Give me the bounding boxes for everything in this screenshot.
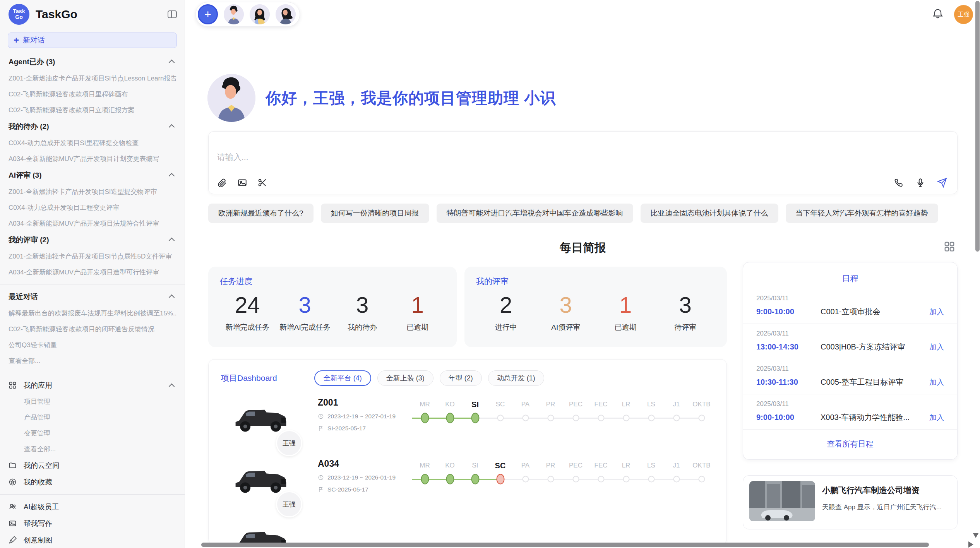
stat: 1 已逾期 bbox=[394, 292, 441, 332]
divider bbox=[0, 284, 185, 284]
milestone: LS bbox=[639, 459, 664, 487]
view-all-schedule-link[interactable]: 查看所有日程 bbox=[743, 430, 957, 459]
scissors-icon[interactable] bbox=[257, 178, 267, 188]
schedule-date: 2025/03/11 bbox=[756, 295, 944, 302]
app-item-project-mgmt[interactable]: 项目管理 bbox=[9, 394, 177, 409]
sidebar-item[interactable]: Z001-全新燃油轻卡产品开发项目SI造型提交物评审 bbox=[9, 184, 177, 200]
project-row[interactable] bbox=[221, 517, 714, 545]
join-link[interactable]: 加入 bbox=[929, 413, 944, 423]
sidebar-item-favorites[interactable]: 我的收藏 bbox=[9, 474, 177, 490]
schedule-item[interactable]: 2025/03/11 10:30-11:30 C005-整车工程目标评审 加入 bbox=[743, 359, 957, 394]
message-input[interactable] bbox=[217, 152, 795, 175]
project-row[interactable]: 王强 Z001 2023-12-19 ~ 2027-01-19 SI-2025-… bbox=[221, 394, 714, 447]
scroll-down-arrow-icon[interactable] bbox=[973, 533, 978, 538]
suggestion-chip[interactable]: 欧洲新规最近颁布了什么? bbox=[208, 204, 314, 223]
send-icon[interactable] bbox=[937, 178, 947, 188]
schedule-item[interactable]: 2025/03/11 9:00-10:00 X003-车辆动力学性能验... 加… bbox=[743, 394, 957, 430]
tab-new-platform[interactable]: 全新平台 (4) bbox=[314, 370, 371, 386]
stat-label: 待评审 bbox=[662, 322, 709, 332]
sidebar-item-creative-draw[interactable]: 创意制图 bbox=[9, 532, 177, 548]
recent-view-all[interactable]: 查看全部... bbox=[9, 353, 177, 369]
notification-bell-icon[interactable] bbox=[932, 8, 943, 21]
recent-chat-item[interactable]: 公司Q3轻卡销量 bbox=[9, 337, 177, 353]
suggestion-chip[interactable]: 当下年轻人对汽车外观有怎样的喜好趋势 bbox=[786, 204, 938, 223]
suggestion-chip[interactable]: 特朗普可能对进口汽车增税会对中国车企造成哪些影响 bbox=[437, 204, 633, 223]
agent-avatar-1[interactable] bbox=[224, 4, 244, 24]
milestone-dot bbox=[673, 415, 680, 421]
section-my-review[interactable]: 我的评审 (2) bbox=[9, 231, 177, 248]
sidebar-item[interactable]: Z001-全新燃油轻卡产品开发项目SI节点属性5D文件评审 bbox=[9, 248, 177, 264]
suggestion-chip[interactable]: 比亚迪全固态电池计划具体说了什么 bbox=[641, 204, 778, 223]
stat: 24 新增完成任务 bbox=[224, 292, 271, 332]
milestone: FEC bbox=[588, 459, 613, 487]
section-ai-review[interactable]: AI评审 (3) bbox=[9, 167, 177, 184]
star-badge-icon bbox=[9, 478, 17, 486]
milestone-dot bbox=[421, 413, 429, 423]
schedule-time: 10:30-11:30 bbox=[756, 378, 821, 387]
dashboard-tabs: 全新平台 (4) 全新上装 (3) 年型 (2) 动总开发 (1) bbox=[314, 370, 544, 386]
agent-avatar-2[interactable] bbox=[250, 4, 270, 24]
phone-call-icon[interactable] bbox=[894, 178, 904, 188]
apps-view-all[interactable]: 查看全部... bbox=[9, 441, 177, 457]
favorites-label: 我的收藏 bbox=[24, 477, 52, 487]
task-progress-card: 任务进度 24 新增完成任务 3 新增AI完成任务 3 bbox=[208, 267, 457, 347]
microphone-icon[interactable] bbox=[915, 178, 925, 188]
recent-chat-item[interactable]: C02-飞腾新能源轻客改款项目的闭环通告反馈情况 bbox=[9, 321, 177, 337]
sidebar-item[interactable]: C0X4-动力总成开发项目工程变更评审 bbox=[9, 200, 177, 216]
sidebar-item[interactable]: C02-飞腾新能源轻客改款项目立项汇报方案 bbox=[9, 102, 177, 118]
schedule-item[interactable]: 2025/03/11 9:00-10:00 C001-立项审批会 加入 bbox=[743, 289, 957, 324]
horizontal-scrollbar[interactable] bbox=[201, 543, 929, 547]
sidebar-item-cloud-space[interactable]: 我的云空间 bbox=[9, 457, 177, 474]
sidebar-item[interactable]: A034-全新新能源MUV产品开发项目造型可行性评审 bbox=[9, 264, 177, 280]
schedule-item[interactable]: 2025/03/11 13:00-14:30 C003|H0B-方案冻结评审 加… bbox=[743, 324, 957, 359]
sidebar-item[interactable]: C02-飞腾新能源轻客改款项目里程碑画布 bbox=[9, 86, 177, 102]
sidebar-item[interactable]: A034-全新新能源MUV产品开发项目计划变更表编写 bbox=[9, 151, 177, 167]
stat: 3 新增AI完成任务 bbox=[279, 292, 331, 332]
layout-grid-icon[interactable] bbox=[944, 241, 955, 254]
project-vehicle-image: 王强 bbox=[232, 456, 290, 500]
milestone-dot bbox=[598, 476, 604, 483]
join-link[interactable]: 加入 bbox=[929, 307, 944, 317]
section-recent-chats[interactable]: 最近对话 bbox=[9, 288, 177, 305]
app-item-change-mgmt[interactable]: 变更管理 bbox=[9, 425, 177, 441]
vertical-scrollbar[interactable] bbox=[975, 1, 980, 252]
project-row[interactable]: 王强 A034 2023-12-19 ~ 2026-01-19 SC-2025-… bbox=[221, 456, 714, 508]
milestone: SI bbox=[463, 398, 488, 426]
section-agent-done[interactable]: Agent已办 (3) bbox=[9, 53, 177, 70]
suggestion-chip[interactable]: 如何写一份清晰的项目周报 bbox=[321, 204, 429, 223]
attachment-icon[interactable] bbox=[217, 178, 227, 188]
tab-powertrain[interactable]: 动总开发 (1) bbox=[488, 370, 544, 386]
sidebar-item-my-apps[interactable]: 我的应用 bbox=[9, 377, 177, 394]
user-avatar[interactable]: 王强 bbox=[954, 5, 973, 24]
milestone-label: KO bbox=[437, 459, 463, 472]
add-agent-button[interactable]: + bbox=[198, 4, 218, 24]
milestone-label: PEC bbox=[563, 459, 588, 472]
milestone-dot bbox=[522, 415, 529, 421]
tab-new-body[interactable]: 全新上装 (3) bbox=[377, 370, 433, 386]
stat-label: 新增完成任务 bbox=[224, 322, 271, 332]
sidebar-item[interactable]: A034-全新新能源MUV产品开发项目法规符合性评审 bbox=[9, 216, 177, 231]
agent-avatar-3[interactable] bbox=[276, 4, 296, 24]
sidebar-item-help-write[interactable]: 帮我写作 bbox=[9, 515, 177, 532]
sidebar-item-ai-employee[interactable]: AI超级员工 bbox=[9, 498, 177, 515]
tab-model-year[interactable]: 年型 (2) bbox=[440, 370, 482, 386]
new-chat-button[interactable]: + 新对话 bbox=[8, 33, 177, 48]
milestone-label: MR bbox=[412, 459, 437, 472]
users-icon bbox=[9, 503, 17, 511]
stat-label: 已逾期 bbox=[602, 322, 649, 332]
image-upload-icon[interactable] bbox=[237, 178, 247, 188]
chevron-up-icon bbox=[169, 124, 175, 130]
sidebar-item[interactable]: Z001-全新燃油皮卡产品开发项目SI节点Lesson Learn报告 bbox=[9, 70, 177, 86]
sidebar-collapse-icon[interactable] bbox=[168, 10, 177, 18]
join-link[interactable]: 加入 bbox=[929, 342, 944, 352]
main-area: + 王强 你好，王强，我是你的项目管理助理 小识 bbox=[185, 0, 980, 548]
join-link[interactable]: 加入 bbox=[929, 377, 944, 387]
news-card[interactable]: 小鹏飞行汽车制造公司增资 天眼查 App 显示，近日广州汇天飞行汽... bbox=[743, 475, 958, 529]
section-my-todo[interactable]: 我的待办 (2) bbox=[9, 118, 177, 135]
recent-chat-item[interactable]: 解释最新出台的欧盟报废车法规再生塑料比例被调至15%... bbox=[9, 305, 177, 321]
scroll-right-arrow-icon[interactable] bbox=[968, 541, 973, 548]
sidebar-item[interactable]: C0X4-动力总成开发项目SI里程碑提交物检查 bbox=[9, 135, 177, 151]
project-owner-badge: 王强 bbox=[276, 430, 302, 456]
app-item-product-mgmt[interactable]: 产品管理 bbox=[9, 409, 177, 425]
stat-value: 3 bbox=[543, 292, 589, 318]
